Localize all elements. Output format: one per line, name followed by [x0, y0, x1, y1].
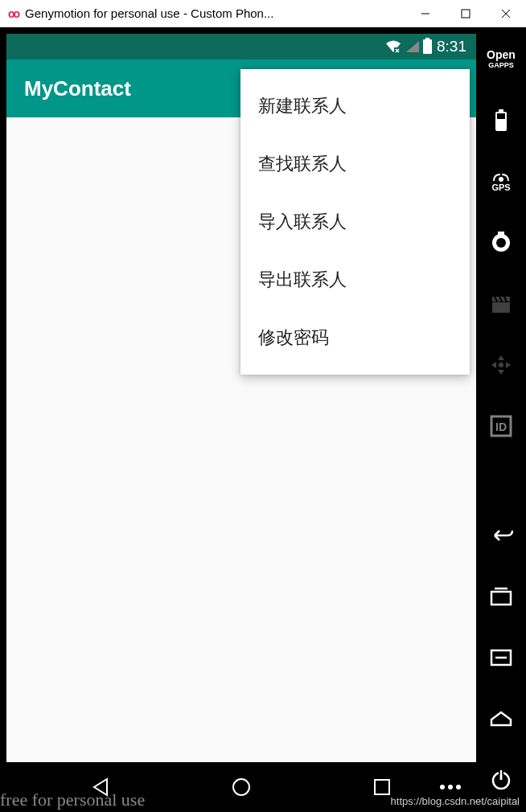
close-button[interactable] [486, 0, 526, 27]
svg-rect-6 [375, 780, 389, 794]
menu-icon [490, 649, 512, 666]
signal-icon [405, 40, 420, 53]
watermark-free: free for personal use [0, 789, 145, 810]
sidebar-identifiers-button[interactable]: ID [485, 410, 517, 442]
battery-icon [423, 39, 432, 54]
svg-point-13 [499, 177, 503, 182]
id-icon: ID [490, 415, 512, 437]
svg-point-5 [233, 779, 249, 795]
window-controls [405, 0, 526, 27]
svg-rect-17 [492, 302, 510, 313]
recent-icon [490, 587, 512, 606]
window-titlebar: oo Genymotion for personal use - Custom … [0, 0, 526, 27]
svg-point-9 [456, 785, 461, 789]
sidebar-gps-button[interactable]: GPS [485, 166, 517, 198]
svg-point-15 [496, 238, 506, 248]
svg-point-7 [440, 785, 445, 789]
back-icon [488, 527, 514, 543]
home-icon [489, 710, 513, 728]
sidebar-video-button[interactable] [485, 288, 517, 320]
minimize-button[interactable] [405, 0, 446, 27]
sidebar-menu-button[interactable] [485, 642, 517, 674]
battery-icon [493, 109, 509, 133]
gps-icon [492, 171, 510, 182]
device-area: 8:31 MyContact 新建联系人 查找联系人 导入联系人 导出联系人 修… [0, 27, 476, 812]
svg-point-18 [499, 363, 503, 367]
svg-text:ID: ID [495, 420, 507, 433]
sidebar-recent-button[interactable] [485, 580, 517, 613]
svg-rect-11 [499, 109, 503, 113]
wifi-icon [384, 39, 402, 54]
genymotion-icon: oo [8, 7, 18, 20]
svg-point-8 [448, 785, 453, 789]
menu-item-export-contact[interactable]: 导出联系人 [240, 251, 470, 309]
watermark-url: https://blog.csdn.net/caipital [391, 795, 520, 807]
status-time: 8:31 [437, 38, 466, 55]
device-screen: 8:31 MyContact 新建联系人 查找联系人 导入联系人 导出联系人 修… [6, 34, 476, 812]
status-icons [384, 39, 432, 54]
genymotion-sidebar: Open GAPPS GPS ID [476, 27, 526, 812]
sidebar-dpad-button[interactable] [485, 349, 517, 381]
android-status-bar: 8:31 [6, 34, 476, 59]
sidebar-home-button[interactable] [485, 703, 517, 735]
menu-item-find-contact[interactable]: 查找联系人 [240, 135, 470, 193]
menu-item-change-password[interactable]: 修改密码 [240, 309, 470, 367]
menu-item-import-contact[interactable]: 导入联系人 [240, 193, 470, 251]
emulator-container: 8:31 MyContact 新建联系人 查找联系人 导入联系人 导出联系人 修… [0, 27, 526, 812]
sidebar-power-button[interactable] [485, 764, 517, 796]
camera-icon [490, 232, 512, 254]
overflow-menu: 新建联系人 查找联系人 导入联系人 导出联系人 修改密码 [240, 69, 470, 375]
sidebar-camera-button[interactable] [485, 227, 517, 259]
power-icon [490, 769, 512, 791]
sidebar-open-gapps[interactable]: Open GAPPS [485, 43, 517, 76]
maximize-button[interactable] [446, 0, 486, 27]
sidebar-back-button[interactable] [485, 519, 517, 552]
svg-rect-21 [491, 592, 511, 605]
dpad-icon [489, 353, 513, 377]
svg-rect-16 [498, 232, 504, 236]
sidebar-battery-button[interactable] [485, 105, 517, 137]
svg-rect-12 [497, 113, 505, 119]
nav-home-button[interactable] [225, 771, 257, 803]
clapperboard-icon [491, 294, 512, 314]
menu-item-new-contact[interactable]: 新建联系人 [240, 77, 470, 135]
app-title: MyContact [24, 76, 131, 101]
window-title: Genymotion for personal use - Custom Pho… [25, 6, 405, 20]
svg-rect-1 [462, 10, 470, 18]
